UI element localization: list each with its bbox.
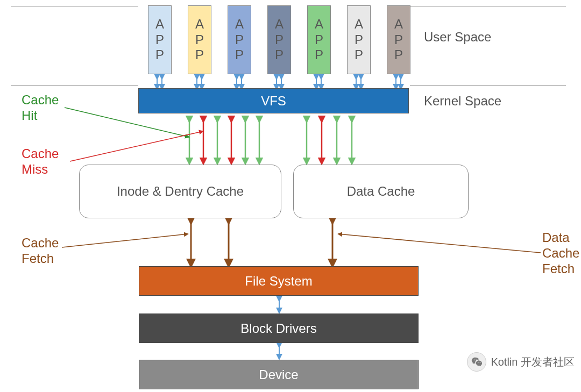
- app-letter: P: [315, 47, 323, 63]
- inode-dentry-cache-label: Inode & Dentry Cache: [117, 184, 244, 199]
- app-letter: A: [235, 17, 244, 32]
- file-system-label: File System: [245, 274, 312, 289]
- watermark-text: Kotlin 开发者社区: [491, 355, 575, 369]
- app-letter: P: [275, 32, 284, 48]
- app-letter: P: [155, 32, 164, 48]
- app-letter: P: [315, 32, 323, 48]
- app-box: APP: [267, 5, 291, 74]
- app-letter: A: [355, 17, 363, 32]
- vfs-box: VFS: [138, 88, 409, 113]
- block-drivers-label: Block Drivers: [240, 321, 316, 336]
- wechat-icon: [467, 352, 486, 372]
- app-box: APP: [188, 5, 211, 74]
- cache-miss-label: Cache Miss: [22, 146, 59, 177]
- device-box: Device: [139, 360, 419, 389]
- app-letter: A: [315, 17, 323, 32]
- app-letter: P: [355, 32, 363, 48]
- data-cache-label: Data Cache: [347, 184, 415, 199]
- device-label: Device: [259, 367, 298, 382]
- app-letter: P: [195, 47, 204, 63]
- file-system-box: File System: [139, 266, 419, 296]
- app-box: APP: [228, 5, 251, 74]
- app-box: APP: [347, 5, 371, 74]
- app-letter: A: [195, 17, 204, 32]
- svg-line-30: [70, 131, 203, 161]
- inode-dentry-cache-box: Inode & Dentry Cache: [79, 165, 281, 218]
- app-letter: P: [394, 47, 403, 63]
- app-letter: P: [355, 47, 363, 63]
- app-box: APP: [148, 5, 172, 74]
- data-cache-box: Data Cache: [293, 165, 469, 218]
- svg-line-32: [338, 234, 541, 253]
- watermark: Kotlin 开发者社区: [467, 352, 575, 372]
- app-letter: A: [394, 17, 403, 32]
- app-letter: P: [275, 47, 284, 63]
- svg-line-31: [62, 234, 188, 247]
- kernel-space-label: Kernel Space: [424, 94, 501, 109]
- user-space-label: User Space: [424, 30, 491, 45]
- app-letter: P: [195, 32, 204, 48]
- app-box: APP: [307, 5, 331, 74]
- app-letter: P: [394, 32, 403, 48]
- vfs-label: VFS: [261, 94, 286, 109]
- cache-fetch-label: Cache Fetch: [22, 236, 59, 267]
- app-letter: P: [235, 32, 244, 48]
- app-letter: A: [275, 17, 284, 32]
- app-letter: P: [235, 47, 244, 63]
- app-box: APP: [387, 5, 410, 74]
- data-cache-fetch-label: Data Cache Fetch: [542, 230, 579, 276]
- app-letter: P: [155, 47, 164, 63]
- app-letter: A: [155, 17, 164, 32]
- cache-hit-label: Cache Hit: [22, 92, 59, 124]
- block-drivers-box: Block Drivers: [139, 313, 419, 343]
